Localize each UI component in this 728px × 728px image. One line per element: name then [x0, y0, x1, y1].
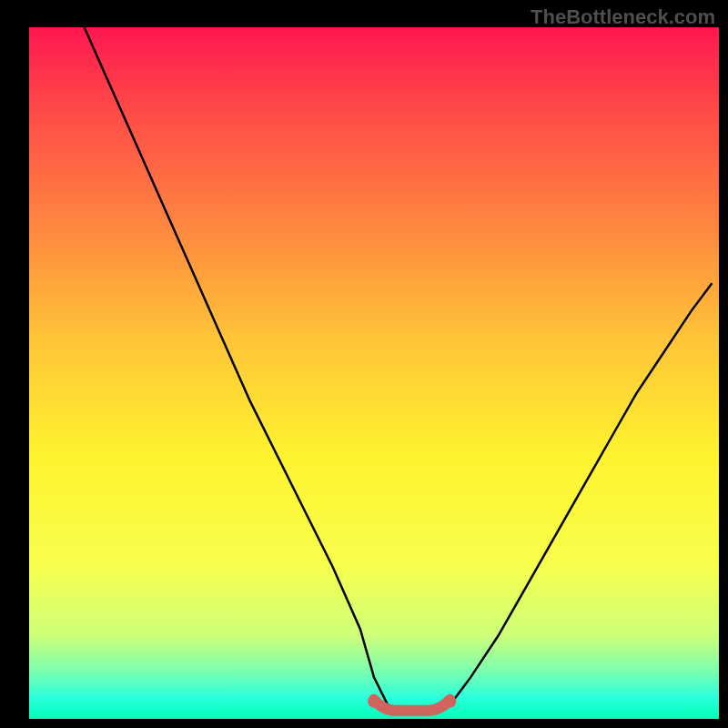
optimal-region-endpoint [443, 695, 456, 708]
frame-border [719, 0, 728, 728]
frame-border [0, 0, 29, 728]
frame-border [0, 719, 728, 728]
chart-frame: TheBottleneck.com [0, 0, 728, 728]
optimal-region-endpoint [368, 695, 380, 708]
watermark-text: TheBottleneck.com [531, 5, 715, 29]
bottleneck-chart [0, 0, 728, 728]
chart-background [29, 27, 719, 719]
